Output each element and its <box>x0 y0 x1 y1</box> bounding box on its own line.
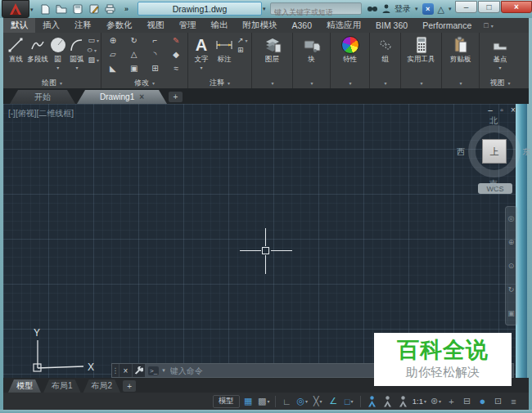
viewport-controls-label[interactable]: [-][俯视][二维线框] <box>8 108 74 119</box>
doc-close-icon[interactable]: × <box>509 105 517 114</box>
layout-tab-layout2[interactable]: 布局2 <box>83 379 121 393</box>
a360-caret-icon[interactable]: ▾ <box>449 6 452 12</box>
new-file-button[interactable] <box>38 2 52 16</box>
command-grip-icon[interactable]: ⋮ <box>112 364 119 377</box>
arc-caret-icon[interactable]: ▾ <box>75 65 78 70</box>
ribbon-tab-home[interactable]: 默认 <box>3 18 35 33</box>
infocenter-search-box[interactable] <box>270 2 362 15</box>
plot-button[interactable] <box>103 2 117 16</box>
basepoint-caret-icon[interactable]: ▾ <box>498 65 501 70</box>
grid-display-button[interactable]: ▦ <box>241 394 255 408</box>
annotation-visibility-button[interactable] <box>365 394 379 408</box>
explode-button[interactable]: ◆ <box>166 47 186 61</box>
hatch-button[interactable]: ▨▾ <box>88 56 99 64</box>
ribbon-tab-output[interactable]: 输出 <box>204 18 236 33</box>
ribbon-minimize-button[interactable]: □ ▾ <box>484 18 493 33</box>
basepoint-button[interactable]: 基点 ▾ <box>482 34 518 70</box>
ellipse-button[interactable]: ○▾ <box>88 46 99 54</box>
arc-button[interactable]: 圆弧 ▾ <box>67 34 86 70</box>
utilities-button[interactable]: 实用工具 <box>403 34 440 65</box>
layout-tab-layout1[interactable]: 布局1 <box>43 379 81 393</box>
minimize-button[interactable]: – <box>455 1 477 13</box>
circle-button[interactable]: 圆 ▾ <box>48 34 67 70</box>
close-button[interactable]: × <box>501 1 532 13</box>
leader-button[interactable]: ↗▾ <box>237 36 248 44</box>
circle-caret-icon[interactable]: ▾ <box>56 65 59 70</box>
annotation-scale-person-button[interactable] <box>396 394 410 408</box>
file-tab-drawing1[interactable]: Drawing1 × <box>77 90 167 104</box>
ribbon-tab-performance[interactable]: Performance <box>415 18 479 33</box>
autoscale-button[interactable] <box>381 394 394 408</box>
text-caret-icon[interactable]: ▾ <box>200 65 202 70</box>
ribbon-tab-a360[interactable]: A360 <box>285 18 320 33</box>
pan-icon[interactable]: ⊕ <box>508 238 515 246</box>
viewcube-east-label[interactable]: 东 <box>522 146 530 158</box>
paste-button[interactable]: 剪贴板 <box>444 34 477 65</box>
object-snap-button[interactable]: □▾ <box>342 394 356 408</box>
signin-caret-icon[interactable]: ▾ <box>415 6 418 12</box>
ribbon-tab-manage[interactable]: 管理 <box>172 18 204 33</box>
isometric-drafting-button[interactable]: ╳▾ <box>311 394 325 408</box>
ribbon-tab-view[interactable]: 视图 <box>140 18 172 33</box>
layer-properties-button[interactable]: 图层 <box>255 34 291 65</box>
offset-button[interactable]: ≈ <box>166 61 186 75</box>
line-button[interactable]: 直线 <box>5 34 27 65</box>
viewcube-north-label[interactable]: 北 <box>489 115 498 127</box>
group-button[interactable]: 组 <box>372 34 399 65</box>
save-as-button[interactable] <box>87 2 101 16</box>
snap-mode-button[interactable]: ▩▾ <box>257 394 271 408</box>
panel-clipboard-footer[interactable]: ▾ <box>442 78 479 88</box>
viewcube-west-label[interactable]: 西 <box>457 146 465 158</box>
command-history-caret-icon[interactable]: ▾ <box>162 367 165 374</box>
viewcube-south-label[interactable]: 南 <box>489 178 498 190</box>
object-snap-tracking-button[interactable]: ∠ <box>327 394 340 408</box>
panel-group-footer[interactable]: ▾ <box>370 78 400 88</box>
command-customize-wrench-icon[interactable] <box>132 364 145 377</box>
ribbon-tab-addins[interactable]: 附加模块 <box>236 18 285 33</box>
command-close-icon[interactable]: × <box>119 364 132 377</box>
polyline-button[interactable]: 多段线 <box>27 34 49 65</box>
move-button[interactable]: ⊕ <box>103 34 123 47</box>
trim-button[interactable]: ⌐ <box>146 34 165 47</box>
ribbon-tab-bim360[interactable]: BIM 360 <box>368 18 415 33</box>
doc-minimize-icon[interactable]: ‒ <box>486 105 494 114</box>
hardware-acceleration-button[interactable]: ● <box>476 394 489 408</box>
panel-annotate-footer[interactable]: 注释 ▾ <box>188 78 251 88</box>
customization-menu-button[interactable]: ≡ <box>507 394 521 408</box>
layout-tab-model[interactable]: 模型 <box>8 379 41 393</box>
full-navigation-wheel-icon[interactable]: ◎ <box>508 214 515 222</box>
new-layout-button[interactable]: + <box>123 380 136 392</box>
panel-draw-footer[interactable]: 绘图 ▾ <box>3 78 101 88</box>
zoom-icon[interactable]: ⊙ <box>508 262 515 270</box>
file-tab-close-icon[interactable]: × <box>139 92 144 101</box>
qat-more-icon[interactable]: » <box>119 2 133 16</box>
new-drawing-tab-button[interactable]: + <box>169 92 183 102</box>
ortho-mode-button[interactable]: ∟ <box>280 394 294 408</box>
showmotion-icon[interactable]: ▣ <box>507 309 515 317</box>
doc-title-caret-icon[interactable]: ▾ <box>263 6 266 12</box>
viewcube-top-face[interactable]: 上 <box>482 139 507 164</box>
a360-icon[interactable]: △ <box>438 4 444 15</box>
properties-button[interactable]: 特性 <box>333 34 367 65</box>
signin-label[interactable]: 登录 <box>394 3 411 15</box>
file-tab-start[interactable]: 开始 <box>10 90 75 104</box>
rectangle-button[interactable]: ▭▾ <box>88 36 99 44</box>
annotation-scale-button[interactable]: 1:1▾ <box>412 394 427 408</box>
erase-button[interactable]: ✎ <box>166 34 186 47</box>
insert-block-button[interactable]: 块 <box>295 34 328 65</box>
panel-utilities-footer[interactable]: ▾ <box>401 78 441 88</box>
panel-block-footer[interactable]: ▾ <box>293 78 330 88</box>
doc-restore-icon[interactable]: ▫ <box>498 105 506 114</box>
dimension-button[interactable]: 标注 <box>213 34 236 65</box>
mirror-button[interactable]: △ <box>124 47 144 61</box>
panel-view-footer[interactable]: 视图 ▾ <box>480 78 521 88</box>
panel-properties-footer[interactable]: ▾ <box>331 78 369 88</box>
open-file-button[interactable] <box>54 2 68 16</box>
fillet-button[interactable]: ◝ <box>146 47 165 61</box>
app-menu-caret-icon[interactable]: ▾ <box>30 7 34 13</box>
scale-button[interactable]: ▣ <box>124 61 144 75</box>
save-button[interactable] <box>70 2 84 16</box>
polar-tracking-button[interactable]: ◎▾ <box>295 394 309 408</box>
ribbon-tab-insert[interactable]: 插入 <box>35 18 67 33</box>
signin-person-icon[interactable] <box>382 2 390 16</box>
